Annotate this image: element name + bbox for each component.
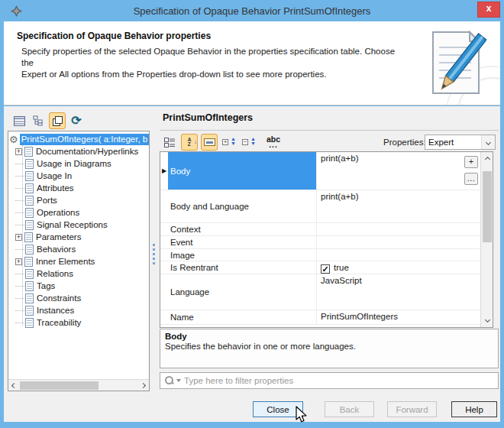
title-bar[interactable]: Specification of Opaque Behavior PrintSu… xyxy=(0,0,504,21)
tree-horizontal-scrollbar[interactable] xyxy=(8,379,149,391)
scrollbar-thumb[interactable] xyxy=(483,171,492,242)
properties-mode-dropdown[interactable]: Expert xyxy=(425,135,496,150)
help-button[interactable]: Help xyxy=(451,401,497,417)
tree-view-button[interactable] xyxy=(30,112,47,129)
tree-item-tags[interactable]: Tags xyxy=(8,280,149,292)
specification-tree[interactable]: ⚙ PrintSumOfIntegers( a:Integer, b + Doc… xyxy=(8,131,150,391)
checkbox-checked-icon[interactable]: ✓ xyxy=(321,264,330,274)
show-full-names-button[interactable]: abc ... xyxy=(265,134,282,151)
add-value-button[interactable]: + xyxy=(464,156,478,168)
property-name[interactable]: Body and Language xyxy=(168,190,316,222)
properties-table-view-button[interactable] xyxy=(11,112,27,129)
search-icon[interactable] xyxy=(165,376,174,385)
copies-stack-icon xyxy=(53,116,63,126)
specification-dialog: Specification of Opaque Behavior PrintSu… xyxy=(0,0,504,428)
property-value[interactable] xyxy=(316,236,480,248)
property-name[interactable]: Event xyxy=(168,236,316,248)
sort-az-icon: ↓ A Z xyxy=(188,138,192,147)
property-row-name[interactable]: Name PrintSumOfIntegers xyxy=(160,310,480,325)
property-value[interactable]: PrintSumOfIntegers xyxy=(316,310,480,324)
categorized-view-icon xyxy=(164,138,175,148)
close-window-button[interactable]: x xyxy=(477,2,500,18)
abc-icon: abc ... xyxy=(267,137,280,148)
categorized-view-button[interactable] xyxy=(161,134,178,151)
scroll-down-arrow[interactable] xyxy=(481,314,493,326)
tree-item-inner-elements[interactable]: + Inner Elements xyxy=(8,255,149,268)
scroll-right-arrow[interactable] xyxy=(137,384,149,387)
expand-all-button[interactable]: + ▲ ▼ xyxy=(221,134,237,151)
expander-plus-icon[interactable]: + xyxy=(15,258,22,265)
element-name-heading: PrintSumOfIntegers xyxy=(163,112,253,123)
property-value[interactable]: print(a+b) xyxy=(316,190,480,222)
tree-item-signal-receptions[interactable]: Signal Receptions xyxy=(8,219,149,231)
property-value[interactable] xyxy=(316,223,480,235)
collapse-all-button[interactable]: − ▲ ▼ xyxy=(241,134,257,151)
tree-connector xyxy=(15,323,24,323)
property-name[interactable]: Language xyxy=(168,274,316,310)
description-title: Body xyxy=(165,332,493,341)
scrollbar-thumb[interactable] xyxy=(20,381,99,390)
tree-item-behaviors[interactable]: Behaviors xyxy=(8,243,149,255)
tree-item-instances[interactable]: Instances xyxy=(8,304,149,316)
tree-item-documentation[interactable]: + Documentation/Hyperlinks xyxy=(8,145,149,157)
tree-item-root[interactable]: ⚙ PrintSumOfIntegers( a:Integer, b xyxy=(8,133,149,145)
tree-item-constraints[interactable]: Constraints xyxy=(8,292,149,304)
tree-item-label: Usage In xyxy=(37,171,72,180)
property-row-image[interactable]: Image xyxy=(160,249,480,261)
tree-item-parameters[interactable]: + Parameters xyxy=(8,231,149,243)
property-name[interactable]: Body xyxy=(168,152,316,190)
row-marker-icon: ▶ xyxy=(160,152,168,190)
forward-button[interactable]: Forward xyxy=(387,401,437,417)
scroll-up-arrow[interactable] xyxy=(481,154,493,165)
expand-all-icon: + ▲ ▼ xyxy=(222,137,236,148)
edit-value-button[interactable]: ... xyxy=(464,173,478,185)
property-name[interactable]: Name xyxy=(168,310,316,324)
property-value[interactable]: ✓true xyxy=(316,261,480,274)
document-icon xyxy=(24,257,33,267)
refresh-button[interactable]: ⟳ xyxy=(68,112,85,129)
document-icon xyxy=(25,171,34,181)
tree-item-operations[interactable]: Operations xyxy=(8,206,149,219)
property-value[interactable] xyxy=(316,249,480,261)
property-value[interactable]: JavaScript xyxy=(316,274,480,310)
property-row-body[interactable]: ▶ Body print(a+b) + ... xyxy=(160,152,480,190)
tree-item-relations[interactable]: Relations xyxy=(8,268,149,280)
filter-properties-input[interactable] xyxy=(181,376,498,385)
chevron-down-icon[interactable] xyxy=(481,135,495,149)
table-vertical-scrollbar[interactable] xyxy=(480,152,493,327)
tree-item-ports[interactable]: Ports xyxy=(8,194,149,206)
property-name[interactable]: Image xyxy=(168,249,316,261)
tree-item-traceability[interactable]: Traceability xyxy=(8,316,149,329)
back-button[interactable]: Back xyxy=(325,401,374,417)
tree-item-label: Tags xyxy=(37,281,55,290)
standalone-mode-button[interactable] xyxy=(49,112,66,129)
property-row-context[interactable]: Context xyxy=(160,223,480,236)
document-icon xyxy=(25,281,34,291)
document-icon xyxy=(25,196,34,206)
document-icon xyxy=(25,208,34,218)
document-icon xyxy=(25,306,34,316)
property-row-language[interactable]: Language JavaScript xyxy=(160,274,480,310)
show-description-button[interactable] xyxy=(201,134,218,151)
property-name[interactable]: Context xyxy=(168,223,316,235)
filter-field-container[interactable] xyxy=(160,372,499,389)
properties-table[interactable]: ▶ Body print(a+b) + ... Body and Languag… xyxy=(160,151,493,328)
tree-connector xyxy=(15,249,24,250)
property-row-is-reentrant[interactable]: Is Reentrant ✓true xyxy=(160,261,480,274)
property-row-body-and-language[interactable]: Body and Language print(a+b) xyxy=(160,190,480,223)
scroll-left-arrow[interactable] xyxy=(8,384,20,387)
tree-connector xyxy=(15,164,24,164)
tree-item-usage-in-diagrams[interactable]: Usage in Diagrams xyxy=(8,157,149,170)
panel-splitter-handle[interactable] xyxy=(152,244,156,270)
sort-alphabetically-button[interactable]: ↓ A Z xyxy=(181,134,198,151)
property-value[interactable]: print(a+b) xyxy=(316,152,480,190)
tree-item-usage-in[interactable]: Usage In xyxy=(8,170,149,182)
tree-item-label: Parameters xyxy=(36,232,81,242)
expander-plus-icon[interactable]: + xyxy=(15,148,22,155)
expander-plus-icon[interactable]: + xyxy=(15,234,22,241)
tree-item-label: Operations xyxy=(37,208,79,217)
property-row-event[interactable]: Event xyxy=(160,236,480,249)
property-name[interactable]: Is Reentrant xyxy=(168,261,316,274)
tree-connector xyxy=(15,212,24,213)
tree-item-attributes[interactable]: Attributes xyxy=(8,182,149,194)
